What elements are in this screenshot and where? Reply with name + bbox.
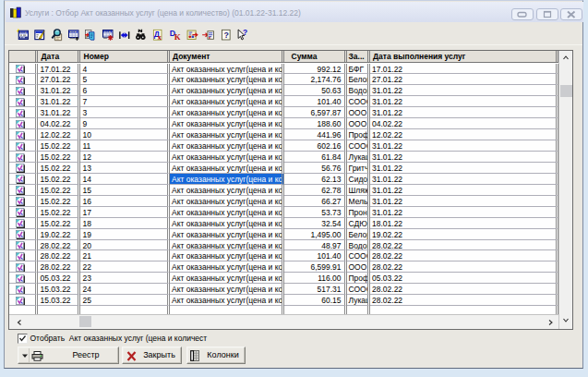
svg-text:К: К (174, 32, 180, 41)
svg-text:?: ? (223, 30, 228, 40)
svg-text:?: ? (243, 29, 247, 37)
svg-text:х: х (158, 32, 162, 41)
